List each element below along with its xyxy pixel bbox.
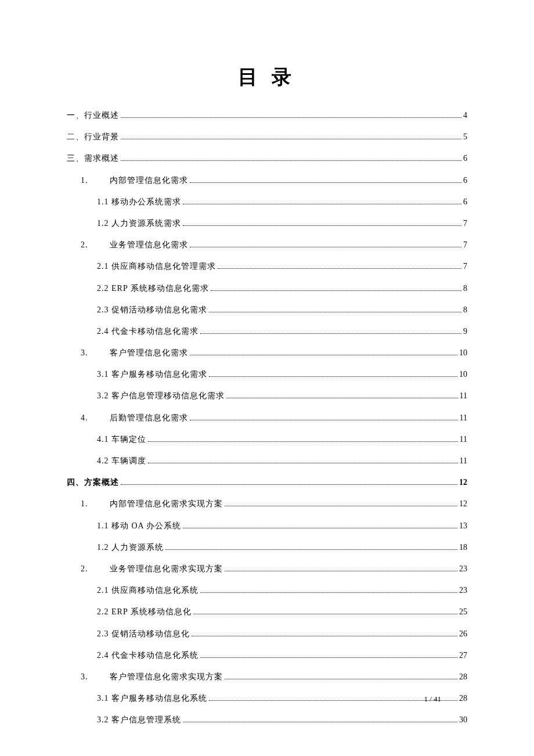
toc-leader-dots [225,571,457,571]
toc-leader-dots [183,528,457,528]
toc-entry-label: 2.2 ERP 系统移动信息化需求 [97,281,209,296]
toc-entry-text: 内部管理信息化需求实现方案 [110,499,223,508]
toc-entry-page: 28 [459,691,467,705]
toc-entry-label: 2.4 代金卡移动信息化系统 [97,648,199,663]
toc-entry[interactable]: 3.1 客户服务移动信息化需求10 [67,367,467,381]
toc-entry-label: 3.客户管理信息化需求实现方案 [81,669,223,684]
toc-entry-number: 2. [81,237,110,252]
toc-entry[interactable]: 1.内部管理信息化需求6 [67,173,467,188]
toc-entry[interactable]: 2.业务管理信息化需求7 [67,237,467,252]
toc-leader-dots [190,420,458,420]
toc-entry-label: 1.2 人力资源系统需求 [97,216,181,231]
toc-entry[interactable]: 3.客户管理信息化需求10 [67,345,467,360]
toc-entry-label: 4.2 车辆调度 [97,453,146,468]
toc-title: 目 录 [67,64,467,91]
toc-entry-page: 7 [463,259,467,273]
toc-entry-page: 6 [463,173,467,188]
toc-entry[interactable]: 2.1 供应商移动信息化管理需求7 [67,259,467,273]
toc-leader-dots [209,376,457,377]
toc-entry-text: 业务管理信息化需求实现方案 [110,564,223,573]
toc-entry-page: 23 [459,583,467,597]
toc-entry[interactable]: 2.4 代金卡移动信息化系统27 [67,648,467,663]
toc-entry-page: 23 [459,561,467,576]
toc-entry-label: 1.内部管理信息化需求实现方案 [81,496,223,511]
toc-entry-label: 三、需求概述 [67,151,119,165]
toc-leader-dots [148,441,458,442]
toc-entry[interactable]: 四、方案概述12 [67,475,467,489]
toc-entry-page: 11 [460,411,467,425]
toc-entry[interactable]: 3.2 客户信息管理移动信息化需求11 [67,388,467,403]
toc-entry-text: 内部管理信息化需求 [110,176,188,185]
toc-entry-label: 1.1 移动 OA 办公系统 [97,519,181,533]
toc-entry[interactable]: 2.2 ERP 系统移动信息化需求8 [67,281,467,296]
toc-entry-label: 2.业务管理信息化需求实现方案 [81,561,223,576]
toc-entry[interactable]: 2.2 ERP 系统移动信息化25 [67,604,467,619]
toc-entry[interactable]: 4.后勤管理信息化需求11 [67,411,467,425]
toc-entry-label: 3.客户管理信息化需求 [81,345,188,360]
toc-entry-page: 10 [459,367,467,381]
toc-entry-page: 7 [463,237,467,252]
toc-entry[interactable]: 4.2 车辆调度11 [67,453,467,468]
toc-entry[interactable]: 2.业务管理信息化需求实现方案23 [67,561,467,576]
toc-entry-page: 8 [463,281,467,296]
toc-entry[interactable]: 1.1 移动办公系统需求6 [67,195,467,209]
toc-leader-dots [226,398,458,398]
toc-entry[interactable]: 1.1 移动 OA 办公系统13 [67,519,467,533]
toc-leader-dots [165,549,457,550]
toc-entry[interactable]: 三、需求概述6 [67,151,467,165]
toc-entry-page: 8 [463,303,467,317]
toc-entry-page: 18 [459,540,467,555]
toc-entry-label: 2.3 促销活动移动信息化 [97,627,190,641]
toc-leader-dots [183,204,461,204]
toc-leader-dots [183,225,461,226]
toc-entry-page: 11 [460,453,467,468]
toc-entry-page: 13 [459,519,467,533]
toc-entry-page: 4 [463,108,467,123]
toc-leader-dots [190,182,461,183]
toc-entry[interactable]: 一、行业概述4 [67,108,467,123]
toc-entry-label: 1.1 移动办公系统需求 [97,195,181,209]
toc-entry[interactable]: 4.1 车辆定位11 [67,432,467,447]
toc-entry[interactable]: 2.3 促销活动移动信息化26 [67,627,467,641]
toc-leader-dots [200,592,457,593]
toc-entry-text: 客户管理信息化需求 [110,348,188,357]
toc-entry-label: 3.1 客户服务移动信息化系统 [97,691,207,705]
toc-entry-page: 30 [459,712,467,727]
toc-entry-label: 2.业务管理信息化需求 [81,237,188,252]
toc-entry-page: 27 [459,648,467,663]
toc-entry-label: 1.内部管理信息化需求 [81,173,188,188]
toc-leader-dots [192,636,457,636]
toc-entry[interactable]: 1.2 人力资源系统需求7 [67,216,467,231]
toc-entry-label: 四、方案概述 [67,475,119,489]
document-page: 目 录 一、行业概述4二、行业背景5三、需求概述61.内部管理信息化需求61.1… [0,0,534,756]
toc-entry[interactable]: 1.2 人力资源系统18 [67,540,467,555]
toc-entry-label: 3.2 客户信息管理系统 [97,712,181,727]
toc-entry-number: 1. [81,496,110,511]
toc-entry-page: 10 [459,345,467,360]
toc-entry-label: 2.3 促销活动移动信息化需求 [97,303,207,317]
toc-entry[interactable]: 2.4 代金卡移动信息化需求9 [67,324,467,339]
table-of-contents: 一、行业概述4二、行业背景5三、需求概述61.内部管理信息化需求61.1 移动办… [67,108,467,727]
toc-leader-dots [200,657,457,658]
toc-entry[interactable]: 2.3 促销活动移动信息化需求8 [67,303,467,317]
toc-leader-dots [121,484,457,485]
toc-leader-dots [121,160,461,161]
toc-entry[interactable]: 3.2 客户信息管理系统30 [67,712,467,727]
toc-entry[interactable]: 二、行业背景5 [67,129,467,144]
toc-leader-dots [148,463,458,463]
toc-entry-text: 后勤管理信息化需求 [110,413,188,422]
toc-entry-label: 3.2 客户信息管理移动信息化需求 [97,388,225,403]
toc-entry-page: 12 [459,496,467,511]
toc-entry-label: 3.1 客户服务移动信息化需求 [97,367,207,381]
toc-entry-page: 25 [459,604,467,619]
toc-entry-number: 3. [81,669,110,684]
toc-leader-dots [190,247,461,247]
toc-entry[interactable]: 2.1 供应商移动信息化系统23 [67,583,467,597]
toc-entry[interactable]: 3.1 客户服务移动信息化系统28 [67,691,467,705]
toc-leader-dots [200,333,461,334]
toc-entry[interactable]: 1.内部管理信息化需求实现方案12 [67,496,467,511]
toc-leader-dots [218,268,461,269]
toc-entry-page: 26 [459,627,467,641]
toc-leader-dots [209,700,457,701]
toc-entry[interactable]: 3.客户管理信息化需求实现方案28 [67,669,467,684]
